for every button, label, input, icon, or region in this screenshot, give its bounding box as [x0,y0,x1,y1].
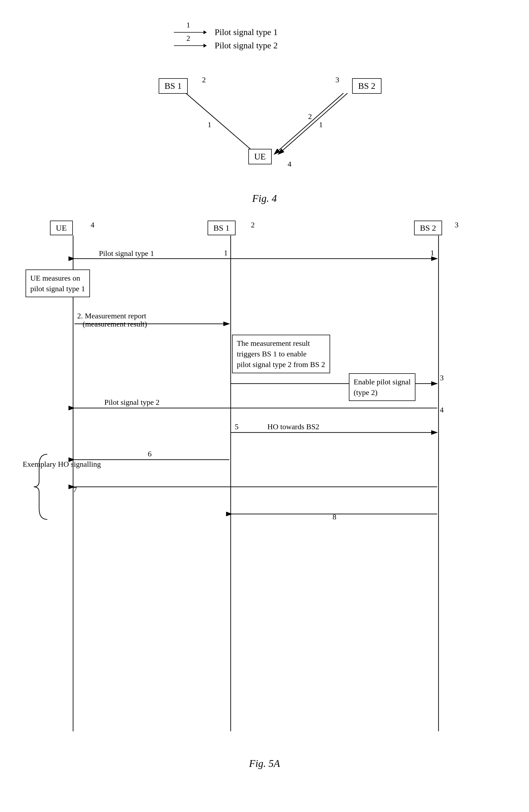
fig4-label: Fig. 4 [129,192,400,204]
svg-text:1: 1 [430,249,434,257]
svg-text:(measurement result): (measurement result) [83,320,147,328]
fig5-bs1-node: BS 1 [208,221,235,235]
ue-measures-box: UE measures onpilot signal type 1 [26,270,90,297]
svg-line-2 [274,93,343,154]
fig4-bs1-label: BS 1 [165,81,182,91]
svg-text:4: 4 [440,406,444,414]
fig4-ue-label: UE [254,151,266,161]
svg-text:HO towards BS2: HO towards BS2 [267,422,319,431]
fig5-bs2-label: BS 2 [420,223,436,232]
svg-line-0 [186,93,257,154]
svg-text:2. Measurement report: 2. Measurement report [77,311,146,320]
page: 1 Pilot signal type 1 2 Pilot signal typ… [0,0,529,812]
fig4-bs1-node: BS 1 [159,78,188,94]
svg-text:8: 8 [332,513,337,521]
svg-text:Pilot signal type 1: Pilot signal type 1 [99,249,154,258]
svg-text:2: 2 [308,112,312,121]
svg-text:7: 7 [73,485,77,494]
legend-line-1 [174,32,206,33]
legend: 1 Pilot signal type 1 2 Pilot signal typ… [174,27,507,54]
fig5-bs1-number: 2 [251,221,255,229]
fig4-bs2-node: BS 2 [352,78,381,94]
svg-text:3: 3 [440,374,444,382]
fig4-bs2-number: 3 [335,75,339,84]
measurement-triggers-box: The measurement resulttriggers BS 1 to e… [232,335,330,373]
fig4-diagram: BS 1 2 BS 2 3 UE 4 1 1 [142,62,387,187]
brace-label: Exemplary HO signalling [23,458,101,470]
fig4-ue-node: UE [248,149,272,164]
svg-text:5: 5 [235,422,239,431]
legend-number-2: 2 [186,34,190,43]
legend-label-2: Pilot signal type 2 [215,41,278,50]
svg-text:1: 1 [319,120,323,129]
fig5-ue-node: UE [50,221,73,235]
svg-text:1: 1 [208,120,211,129]
fig4-bs1-number: 2 [202,75,206,84]
fig5-svg: 1 Pilot signal type 1 1 2. Measurement r… [23,215,506,758]
legend-label-1: Pilot signal type 1 [215,27,278,37]
legend-line-2 [174,45,206,46]
fig5-ue-label: UE [56,223,67,232]
fig5-bs2-node: BS 2 [414,221,442,235]
svg-line-4 [278,93,347,154]
fig4-bs2-label: BS 2 [358,81,375,91]
svg-text:6: 6 [148,450,152,458]
fig5a-label: Fig. 5A [23,757,506,769]
enable-pilot-box: Enable pilot signal(type 2) [349,373,416,401]
legend-item-2: 2 Pilot signal type 2 [174,41,278,50]
svg-text:1: 1 [224,249,228,257]
fig4-ue-number: 4 [288,160,291,169]
fig5-bs2-number: 3 [455,221,459,229]
legend-number-1: 1 [186,21,190,29]
fig5-ue-number: 4 [91,221,95,229]
fig5-bs1-label: BS 1 [214,223,230,232]
svg-text:Pilot signal type 2: Pilot signal type 2 [104,398,159,406]
